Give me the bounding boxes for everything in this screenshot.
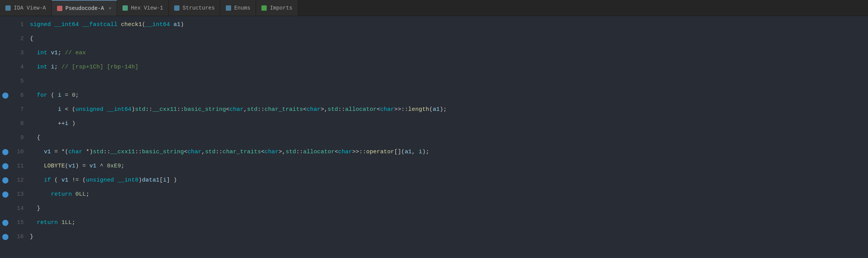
line-number: 15 xyxy=(11,216,30,230)
line-number: 14 xyxy=(11,201,30,216)
code-text: if ( v1 != (unsigned __int8)data1[i] ) xyxy=(30,173,868,187)
code-line: 16} xyxy=(0,230,868,244)
tab-icon-ida-view-a xyxy=(5,5,11,11)
line-number: 13 xyxy=(11,187,30,201)
code-text: } xyxy=(30,230,868,244)
tab-pseudocode-a[interactable]: Pseudocode-A✕ xyxy=(52,0,117,16)
code-line: 1signed __int64 __fastcall check1(__int6… xyxy=(0,18,868,32)
line-number: 11 xyxy=(11,159,30,173)
line-number: 2 xyxy=(11,32,30,46)
code-text: return 0LL; xyxy=(30,187,868,201)
code-line: 7 i < (unsigned __int64)std::__cxx11::ba… xyxy=(0,102,868,117)
code-line: 5 xyxy=(0,74,868,88)
code-text: return 1LL; xyxy=(30,216,868,230)
breakpoint-indicator xyxy=(2,191,8,198)
code-line: 2{ xyxy=(0,32,868,46)
tab-enums[interactable]: Enums xyxy=(220,0,256,16)
line-number: 3 xyxy=(11,46,30,60)
tab-icon-hex-view-1 xyxy=(122,5,128,11)
line-number: 7 xyxy=(11,102,30,117)
line-number: 16 xyxy=(11,230,30,244)
code-text: v1 = *(char *)std::__cxx11::basic_string… xyxy=(30,145,868,159)
line-number: 8 xyxy=(11,117,30,131)
code-line: 6 for ( i = 0; xyxy=(0,88,868,102)
code-line: 8 ++i ) xyxy=(0,117,868,131)
tab-label-imports: Imports xyxy=(270,5,292,11)
breakpoint-indicator xyxy=(2,149,8,155)
code-line: 4 int i; // [rsp+1Ch] [rbp-14h] xyxy=(0,60,868,74)
tab-icon-structures xyxy=(174,5,179,11)
code-line: 9 { xyxy=(0,131,868,145)
code-line: 12 if ( v1 != (unsigned __int8)data1[i] … xyxy=(0,173,868,187)
breakpoint-col[interactable] xyxy=(0,92,11,99)
breakpoint-indicator xyxy=(2,92,8,99)
code-line: 11 LOBYTE(v1) = v1 ^ 0xE9; xyxy=(0,159,868,173)
breakpoint-indicator xyxy=(2,234,8,240)
breakpoint-col[interactable] xyxy=(0,191,11,198)
line-number: 1 xyxy=(11,18,30,32)
code-text: signed __int64 __fastcall check1(__int64… xyxy=(30,18,868,32)
tab-label-structures: Structures xyxy=(183,5,215,11)
code-text: { xyxy=(30,131,868,145)
tab-structures[interactable]: Structures xyxy=(169,0,220,16)
tab-label-enums: Enums xyxy=(234,5,250,11)
code-line: 3 int v1; // eax xyxy=(0,46,868,60)
line-number: 12 xyxy=(11,173,30,187)
tab-icon-imports xyxy=(261,5,267,11)
line-number: 10 xyxy=(11,145,30,159)
tab-hex-view-1[interactable]: Hex View-1 xyxy=(117,0,169,16)
breakpoint-col[interactable] xyxy=(0,177,11,183)
breakpoint-col[interactable] xyxy=(0,220,11,226)
code-text: for ( i = 0; xyxy=(30,88,868,102)
tab-label-ida-view-a: IDA View-A xyxy=(14,5,46,11)
code-container: 1signed __int64 __fastcall check1(__int6… xyxy=(0,16,868,258)
code-line: 13 return 0LL; xyxy=(0,187,868,201)
line-number: 9 xyxy=(11,131,30,145)
tab-bar: IDA View-APseudocode-A✕Hex View-1Structu… xyxy=(0,0,868,16)
code-text: LOBYTE(v1) = v1 ^ 0xE9; xyxy=(30,159,868,173)
line-number: 5 xyxy=(11,74,30,88)
code-text: } xyxy=(30,201,868,216)
tab-ida-view-a[interactable]: IDA View-A xyxy=(0,0,52,16)
tab-icon-pseudocode-a xyxy=(57,6,62,11)
breakpoint-col[interactable] xyxy=(0,163,11,169)
tab-icon-enums xyxy=(226,5,231,11)
code-text: int i; // [rsp+1Ch] [rbp-14h] xyxy=(30,60,868,74)
code-line: 10 v1 = *(char *)std::__cxx11::basic_str… xyxy=(0,145,868,159)
code-text xyxy=(30,74,868,88)
code-text: { xyxy=(30,32,868,46)
line-number: 6 xyxy=(11,88,30,102)
code-line: 14 } xyxy=(0,201,868,216)
breakpoint-col[interactable] xyxy=(0,149,11,155)
breakpoint-col[interactable] xyxy=(0,234,11,240)
tab-imports[interactable]: Imports xyxy=(256,0,298,16)
tab-close-pseudocode-a[interactable]: ✕ xyxy=(109,5,111,11)
breakpoint-indicator xyxy=(2,163,8,169)
code-text: i < (unsigned __int64)std::__cxx11::basi… xyxy=(30,102,868,117)
tab-label-hex-view-1: Hex View-1 xyxy=(131,5,163,11)
editor-area: 1signed __int64 __fastcall check1(__int6… xyxy=(0,16,868,258)
line-number: 4 xyxy=(11,60,30,74)
tab-label-pseudocode-a: Pseudocode-A xyxy=(65,5,104,11)
breakpoint-indicator xyxy=(2,177,8,183)
breakpoint-indicator xyxy=(2,220,8,226)
code-text: int v1; // eax xyxy=(30,46,868,60)
code-line: 15 return 1LL; xyxy=(0,216,868,230)
code-text: ++i ) xyxy=(30,117,868,131)
